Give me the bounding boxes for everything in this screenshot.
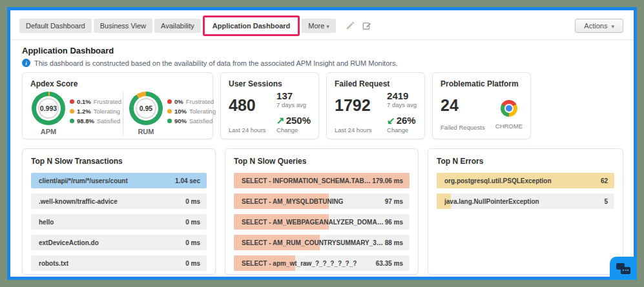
top-errors-panel: Top N Errors org.postgresql.util.PSQLExc… (428, 148, 623, 275)
satisfied-dot-icon (167, 119, 172, 123)
tolerating-dot-icon (70, 109, 74, 114)
card-title: User Sessions (229, 79, 311, 88)
problematic-platform-card: Problematic Platform 24 Failed Requests … (432, 72, 531, 139)
chevron-down-icon: ▾ (611, 23, 614, 30)
transaction-row[interactable]: extDeviceAction.do 0 ms (31, 235, 207, 250)
tab-application-dashboard[interactable]: Application Dashboard (206, 19, 296, 33)
tab-more[interactable]: More▾ (302, 19, 336, 33)
apm-apdex-value: 0.993 (38, 98, 59, 119)
bottom-panels-row: Top N Slow Transactions client/api/*/rum… (22, 148, 623, 275)
platform-name: CHROME (495, 123, 523, 131)
query-row[interactable]: SELECT - AM_RUM_COUNTRYSUMMARY_30JAN25 8… (234, 235, 410, 250)
panel-title: Top N Slow Transactions (31, 157, 207, 166)
tab-business-view[interactable]: Business View (94, 19, 152, 33)
apdex-score-card: Apdex Score 0.993 APM 0.1%Frustrated 1.2… (22, 72, 213, 139)
edit-pencil-icon[interactable] (346, 21, 355, 30)
page-title: Application Dashboard (22, 46, 634, 55)
failed-request-avg-value: 2419 (387, 90, 408, 101)
apdex-body: 0.993 APM 0.1%Frustrated 1.2%Tolerating … (30, 92, 205, 135)
error-row[interactable]: java.lang.NullPointerException 5 (437, 193, 614, 209)
chevron-down-icon: ▾ (326, 23, 329, 30)
query-row[interactable]: SELECT - AM_WEBPAGEANALYZER_DOMAINSU... … (234, 214, 410, 230)
failed-request-change-value: 26% (397, 115, 416, 126)
tab-availability[interactable]: Availability (154, 19, 201, 33)
failed-request-change-label: Change (387, 126, 408, 135)
satisfied-dot-icon (70, 119, 74, 123)
info-text: This dashboard is constructed based on t… (34, 59, 398, 67)
info-banner: i This dashboard is constructed based on… (22, 59, 634, 67)
panel-title: Top N Errors (437, 157, 614, 166)
dashboard-tabbar: Default Dashboard Business View Availabi… (10, 10, 634, 40)
tab-default-dashboard[interactable]: Default Dashboard (19, 19, 92, 33)
transaction-row[interactable]: .well-known/traffic-advice 0 ms (31, 193, 207, 209)
apm-apdex-donut-chart: 0.993 (32, 92, 65, 125)
problematic-platform-label: Failed Requests (441, 124, 485, 132)
tolerating-dot-icon (167, 109, 172, 114)
user-sessions-change-value: 250% (286, 115, 311, 126)
user-sessions-value: 480 (229, 97, 266, 114)
kpi-cards-row: Apdex Score 0.993 APM 0.1%Frustrated 1.2… (22, 72, 623, 139)
transaction-row[interactable]: hello 0 ms (31, 214, 207, 230)
apm-gauge-group: 0.993 APM 0.1%Frustrated 1.2%Tolerating … (30, 92, 123, 135)
apm-label: APM (41, 128, 56, 135)
frustrated-dot-icon (167, 99, 172, 104)
failed-request-value: 1792 (335, 97, 372, 114)
user-sessions-avg-label: 7 days avg (276, 101, 306, 110)
card-title: Failed Request (335, 79, 417, 88)
top-slow-queries-panel: Top N Slow Queries SELECT - INFORMATION_… (225, 148, 419, 275)
query-row[interactable]: SELECT - apm_wt_raw_?_?_?_?_?_? 63.35 ms (234, 255, 410, 271)
user-sessions-card: User Sessions 480 Last 24 hours 137 7 da… (220, 72, 319, 139)
trend-up-icon: ↗ (276, 115, 285, 126)
rum-label: RUM (138, 128, 154, 135)
chat-widget-button[interactable] (610, 257, 637, 280)
chrome-icon (501, 100, 517, 117)
screenshot-frame: Default Dashboard Business View Availabi… (0, 0, 644, 287)
failed-request-card: Failed Request 1792 Last 24 hours 2419 7… (326, 72, 425, 139)
dashboard-window: Default Dashboard Business View Availabi… (7, 7, 637, 280)
trend-down-icon: ↙ (387, 115, 395, 126)
failed-request-period-label: Last 24 hours (335, 126, 372, 135)
rum-legend: 0%Frustrated 10%Tolerating 90%Satisfied (167, 86, 216, 135)
user-sessions-period-label: Last 24 hours (229, 126, 266, 135)
error-row[interactable]: org.postgresql.util.PSQLException 62 (437, 173, 614, 188)
failed-request-avg-label: 7 days avg (387, 101, 417, 110)
actions-button[interactable]: Actions ▾ (575, 19, 623, 33)
panel-title: Top N Slow Queries (234, 157, 410, 166)
info-icon: i (22, 59, 30, 67)
problematic-platform-value: 24 (441, 97, 485, 114)
chat-icon (616, 263, 630, 274)
rum-apdex-value: 0.95 (136, 98, 156, 119)
user-sessions-change-label: Change (276, 126, 298, 135)
apm-legend: 0.1%Frustrated 1.2%Tolerating 98.8%Satis… (70, 86, 121, 135)
query-row[interactable]: SELECT - INFORMATION_SCHEMA.TABLES 179.0… (234, 173, 410, 188)
transaction-row[interactable]: client/api/*/rum/*/users/count 1.04 sec (31, 173, 207, 188)
query-row[interactable]: SELECT - AM_MYSQLDBTUNING 97 ms (234, 193, 410, 209)
transaction-row[interactable]: robots.txt 0 ms (31, 255, 207, 271)
card-title: Problematic Platform (441, 79, 523, 88)
tab-highlight-annotation: Application Dashboard (203, 15, 300, 36)
top-slow-transactions-panel: Top N Slow Transactions client/api/*/rum… (22, 148, 216, 275)
user-sessions-avg-value: 137 (276, 90, 293, 101)
rum-gauge-group: 0.95 RUM 0%Frustrated 10%Tolerating 90%S… (123, 92, 217, 135)
rum-apdex-donut-chart: 0.95 (129, 92, 163, 125)
new-dashboard-icon[interactable] (362, 21, 371, 30)
frustrated-dot-icon (70, 99, 74, 104)
